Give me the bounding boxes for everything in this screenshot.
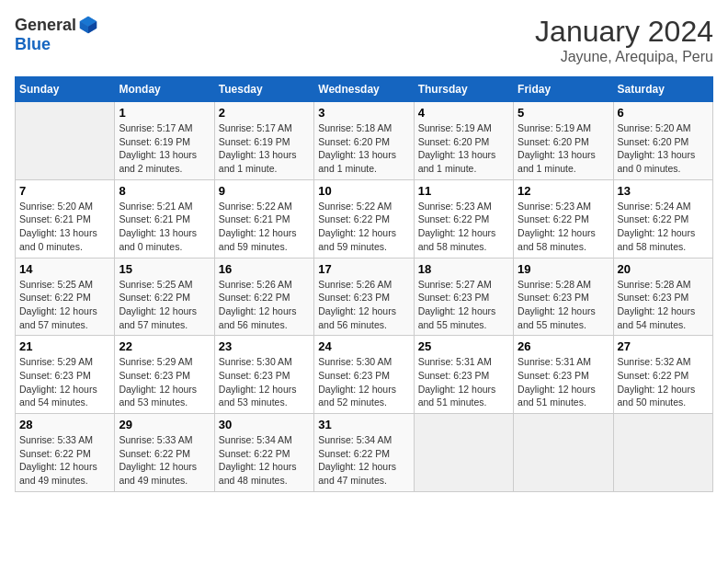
day-number: 21	[19, 339, 110, 353]
cell-info: Sunrise: 5:24 AMSunset: 6:22 PMDaylight:…	[618, 200, 709, 254]
day-number: 9	[219, 184, 310, 198]
calendar-cell: 19Sunrise: 5:28 AMSunset: 6:23 PMDayligh…	[514, 258, 613, 336]
calendar-cell: 8Sunrise: 5:21 AMSunset: 6:21 PMDaylight…	[115, 179, 214, 258]
calendar-cell: 9Sunrise: 5:22 AMSunset: 6:21 PMDaylight…	[214, 179, 313, 258]
day-number: 11	[418, 184, 509, 198]
cell-info: Sunrise: 5:26 AMSunset: 6:22 PMDaylight:…	[219, 278, 310, 332]
calendar-cell: 16Sunrise: 5:26 AMSunset: 6:22 PMDayligh…	[214, 258, 313, 336]
day-number: 12	[518, 184, 609, 198]
cell-info: Sunrise: 5:29 AMSunset: 6:23 PMDaylight:…	[19, 355, 110, 409]
logo-general: General	[15, 16, 76, 35]
day-number: 7	[19, 184, 110, 198]
day-number: 1	[119, 106, 210, 120]
title-block: January 2024 Jayune, Arequipa, Peru	[535, 15, 713, 65]
day-number: 6	[618, 106, 709, 120]
calendar-cell: 24Sunrise: 5:30 AMSunset: 6:23 PMDayligh…	[314, 336, 414, 414]
calendar-cell: 3Sunrise: 5:18 AMSunset: 6:20 PMDaylight…	[314, 102, 414, 180]
calendar-cell: 2Sunrise: 5:17 AMSunset: 6:19 PMDaylight…	[214, 102, 313, 180]
calendar-cell: 30Sunrise: 5:34 AMSunset: 6:22 PMDayligh…	[214, 414, 313, 492]
cell-info: Sunrise: 5:22 AMSunset: 6:22 PMDaylight:…	[318, 200, 409, 254]
cell-info: Sunrise: 5:19 AMSunset: 6:20 PMDaylight:…	[418, 121, 509, 176]
day-number: 25	[418, 339, 509, 353]
calendar-cell: 21Sunrise: 5:29 AMSunset: 6:23 PMDayligh…	[16, 336, 115, 414]
cell-info: Sunrise: 5:21 AMSunset: 6:21 PMDaylight:…	[119, 200, 210, 254]
cell-info: Sunrise: 5:18 AMSunset: 6:20 PMDaylight:…	[318, 121, 409, 176]
cell-info: Sunrise: 5:23 AMSunset: 6:22 PMDaylight:…	[518, 200, 609, 254]
day-header-wednesday: Wednesday	[314, 77, 414, 102]
cell-info: Sunrise: 5:28 AMSunset: 6:23 PMDaylight:…	[618, 278, 709, 332]
calendar-cell: 5Sunrise: 5:19 AMSunset: 6:20 PMDaylight…	[514, 102, 613, 180]
calendar-cell: 31Sunrise: 5:34 AMSunset: 6:22 PMDayligh…	[314, 414, 414, 492]
day-header-saturday: Saturday	[613, 77, 712, 102]
cell-info: Sunrise: 5:29 AMSunset: 6:23 PMDaylight:…	[119, 355, 210, 409]
calendar-cell: 23Sunrise: 5:30 AMSunset: 6:23 PMDayligh…	[214, 336, 313, 414]
calendar-cell: 4Sunrise: 5:19 AMSunset: 6:20 PMDaylight…	[414, 102, 513, 180]
calendar-cell: 22Sunrise: 5:29 AMSunset: 6:23 PMDayligh…	[115, 336, 214, 414]
calendar-cell: 28Sunrise: 5:33 AMSunset: 6:22 PMDayligh…	[16, 414, 115, 492]
cell-info: Sunrise: 5:27 AMSunset: 6:23 PMDaylight:…	[418, 278, 509, 332]
day-number: 17	[318, 262, 409, 276]
day-header-monday: Monday	[115, 77, 214, 102]
cell-info: Sunrise: 5:31 AMSunset: 6:23 PMDaylight:…	[418, 355, 509, 409]
calendar-cell: 7Sunrise: 5:20 AMSunset: 6:21 PMDaylight…	[16, 179, 115, 258]
cell-info: Sunrise: 5:30 AMSunset: 6:23 PMDaylight:…	[318, 355, 409, 409]
day-number: 20	[618, 262, 709, 276]
calendar-cell	[414, 414, 513, 492]
calendar-cell: 6Sunrise: 5:20 AMSunset: 6:20 PMDaylight…	[613, 102, 712, 180]
calendar-cell: 14Sunrise: 5:25 AMSunset: 6:22 PMDayligh…	[16, 258, 115, 336]
logo-blue: Blue	[15, 35, 51, 53]
calendar-cell: 27Sunrise: 5:32 AMSunset: 6:22 PMDayligh…	[613, 336, 712, 414]
day-number: 29	[119, 418, 210, 431]
page-header: General Blue January 2024 Jayune, Arequi…	[15, 15, 713, 65]
day-number: 23	[219, 339, 310, 353]
cell-info: Sunrise: 5:34 AMSunset: 6:22 PMDaylight:…	[318, 433, 409, 488]
calendar-cell	[613, 414, 712, 492]
cell-info: Sunrise: 5:32 AMSunset: 6:22 PMDaylight:…	[618, 355, 709, 409]
calendar-cell: 1Sunrise: 5:17 AMSunset: 6:19 PMDaylight…	[115, 102, 214, 180]
calendar-cell: 11Sunrise: 5:23 AMSunset: 6:22 PMDayligh…	[414, 179, 513, 258]
day-number: 22	[119, 339, 210, 353]
logo-icon	[78, 15, 98, 35]
page-subtitle: Jayune, Arequipa, Peru	[535, 49, 713, 65]
cell-info: Sunrise: 5:28 AMSunset: 6:23 PMDaylight:…	[518, 278, 609, 332]
calendar-cell	[514, 414, 613, 492]
calendar-cell: 25Sunrise: 5:31 AMSunset: 6:23 PMDayligh…	[414, 336, 513, 414]
day-number: 18	[418, 262, 509, 276]
day-number: 19	[518, 262, 609, 276]
cell-info: Sunrise: 5:20 AMSunset: 6:21 PMDaylight:…	[19, 200, 110, 254]
day-number: 16	[219, 262, 310, 276]
calendar-cell	[16, 102, 115, 180]
day-number: 27	[618, 339, 709, 353]
day-number: 26	[518, 339, 609, 353]
calendar-cell: 18Sunrise: 5:27 AMSunset: 6:23 PMDayligh…	[414, 258, 513, 336]
day-number: 3	[318, 106, 409, 120]
cell-info: Sunrise: 5:23 AMSunset: 6:22 PMDaylight:…	[418, 200, 509, 254]
day-number: 2	[219, 106, 310, 120]
day-number: 15	[119, 262, 210, 276]
cell-info: Sunrise: 5:22 AMSunset: 6:21 PMDaylight:…	[219, 200, 310, 254]
cell-info: Sunrise: 5:33 AMSunset: 6:22 PMDaylight:…	[19, 433, 110, 488]
day-header-friday: Friday	[514, 77, 613, 102]
cell-info: Sunrise: 5:17 AMSunset: 6:19 PMDaylight:…	[219, 121, 310, 176]
cell-info: Sunrise: 5:34 AMSunset: 6:22 PMDaylight:…	[219, 433, 310, 488]
cell-info: Sunrise: 5:19 AMSunset: 6:20 PMDaylight:…	[518, 121, 609, 176]
day-header-sunday: Sunday	[16, 77, 115, 102]
page-title: January 2024	[535, 15, 713, 49]
calendar-table: SundayMondayTuesdayWednesdayThursdayFrid…	[15, 76, 713, 492]
cell-info: Sunrise: 5:33 AMSunset: 6:22 PMDaylight:…	[119, 433, 210, 488]
day-number: 24	[318, 339, 409, 353]
calendar-cell: 29Sunrise: 5:33 AMSunset: 6:22 PMDayligh…	[115, 414, 214, 492]
cell-info: Sunrise: 5:25 AMSunset: 6:22 PMDaylight:…	[119, 278, 210, 332]
day-header-tuesday: Tuesday	[214, 77, 313, 102]
day-header-thursday: Thursday	[414, 77, 513, 102]
day-number: 28	[19, 418, 110, 431]
cell-info: Sunrise: 5:26 AMSunset: 6:23 PMDaylight:…	[318, 278, 409, 332]
cell-info: Sunrise: 5:30 AMSunset: 6:23 PMDaylight:…	[219, 355, 310, 409]
calendar-cell: 20Sunrise: 5:28 AMSunset: 6:23 PMDayligh…	[613, 258, 712, 336]
cell-info: Sunrise: 5:31 AMSunset: 6:23 PMDaylight:…	[518, 355, 609, 409]
day-number: 4	[418, 106, 509, 120]
logo: General Blue	[15, 15, 98, 54]
day-number: 31	[318, 418, 409, 431]
day-number: 14	[19, 262, 110, 276]
cell-info: Sunrise: 5:20 AMSunset: 6:20 PMDaylight:…	[618, 121, 709, 176]
